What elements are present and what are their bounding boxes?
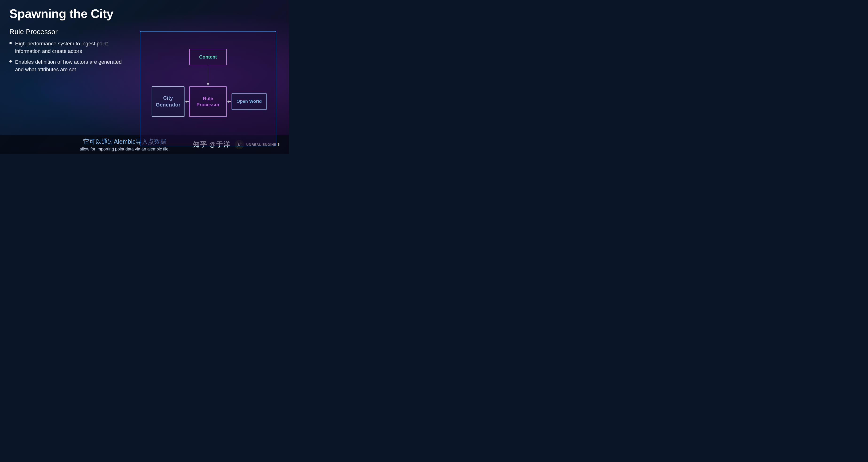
city-generator-label: CityGenerator: [156, 95, 180, 108]
left-panel: Rule Processor High-performance system t…: [9, 25, 132, 152]
diagram-box-rule-processor: RuleProcessor: [189, 86, 227, 117]
bullet-text-2: Enables definition of how actors are gen…: [15, 58, 132, 73]
bullet-dot-1: [9, 42, 12, 44]
slide-content: Spawning the City Rule Processor High-pe…: [0, 0, 289, 154]
bullet-list: High-performance system to ingest point …: [9, 40, 132, 73]
bullet-text-1: High-performance system to ingest point …: [15, 40, 132, 55]
rule-processor-label: RuleProcessor: [196, 95, 219, 108]
bullet-dot-2: [9, 60, 12, 63]
main-area: Rule Processor High-performance system t…: [0, 23, 289, 154]
bullet-item-2: Enables definition of how actors are gen…: [9, 58, 132, 73]
diagram-inner: Content CityGenerator RuleProcessor Open…: [147, 39, 269, 138]
diagram-box-content: Content: [189, 49, 227, 65]
diagram-box-open-world: Open World: [231, 93, 267, 110]
diagram-box-city-generator: CityGenerator: [152, 86, 185, 117]
slide-title: Spawning the City: [0, 0, 289, 23]
bullet-item-1: High-performance system to ingest point …: [9, 40, 132, 55]
section-title: Rule Processor: [9, 28, 132, 36]
diagram-container: Content CityGenerator RuleProcessor Open…: [140, 31, 276, 146]
right-panel: Content CityGenerator RuleProcessor Open…: [136, 25, 280, 152]
